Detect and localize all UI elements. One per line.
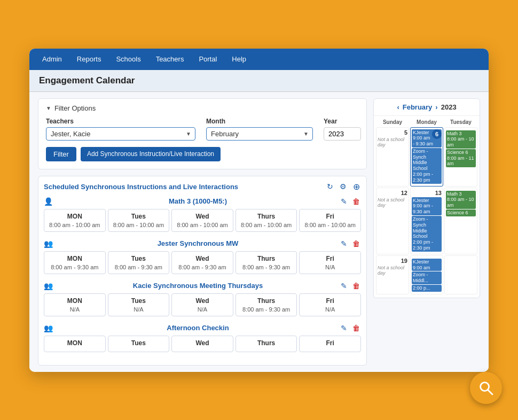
edit-group-1-button[interactable]: ✎ (340, 197, 348, 206)
cal-day-tuesday: Tuesday (444, 118, 477, 126)
day-cell: FriN/A (299, 251, 361, 274)
cal-day-monday: Monday (410, 118, 443, 126)
teachers-select[interactable]: Jester, Kacie (46, 127, 195, 141)
edit-group-4-button[interactable]: ✎ (340, 324, 348, 332)
add-instruction-button[interactable]: Add Synchronous Instruction/Live Interac… (81, 147, 221, 161)
nav-admin[interactable]: Admin (35, 49, 69, 70)
group-name-2: Jester Synchronous MW (56, 239, 340, 247)
group-icon-1: 👤 (44, 197, 53, 206)
day-cell: MONN/A (44, 293, 106, 316)
calendar-week-3: 19 Not a school day KJester9:00 am Zoom … (376, 255, 477, 294)
cal-cell-13[interactable]: 13 KJester9:00 am - 9:30 am Zoom - Synch… (410, 188, 443, 254)
day-cell: FriN/A (299, 293, 361, 316)
group-name-1: Math 3 (1000-M5:) (56, 197, 340, 205)
schedule-group-4: 👥 Afternoon Checkin ✎ 🗑 MON Tues W (44, 324, 361, 352)
cal-event: Zoom - Synch Middle School2:00 pm - 2:30… (412, 148, 442, 184)
add-icon[interactable]: ⊕ (352, 182, 361, 192)
days-grid-4: MON Tues Wed Thurs Fri (44, 336, 361, 352)
year-input[interactable] (324, 127, 361, 141)
delete-group-1-button[interactable]: 🗑 (351, 197, 361, 206)
filter-button[interactable]: Filter (46, 147, 76, 161)
cal-event: KJester9:00 am (412, 259, 442, 271)
cal-event: Science 68:00 am - 11 am (446, 149, 476, 167)
cal-event: Zoom - Middl... (412, 271, 442, 284)
calendar-month: February (403, 103, 433, 111)
day-cell: Fri8:00 am - 10:00 am (299, 209, 361, 232)
day-cell: Thurs8:00 am - 10:00 am (236, 209, 297, 232)
filter-toggle[interactable]: ▼ Filter Options (46, 104, 359, 112)
calendar-next-button[interactable]: › (435, 103, 437, 111)
cal-cell-20[interactable]: KJester9:00 am Zoom - Middl... 2:00 p... (410, 255, 443, 294)
search-fab-button[interactable] (470, 372, 502, 404)
teachers-filter-group: Teachers Jester, Kacie (46, 118, 195, 141)
delete-group-2-button[interactable]: 🗑 (351, 239, 361, 248)
schedule-title: Scheduled Synchronous Instructions and L… (44, 183, 238, 191)
day-cell: Wed8:00 am - 10:00 am (171, 209, 233, 232)
filter-icon[interactable]: ⚙ (339, 182, 348, 192)
left-panel: ▼ Filter Options Teachers Jester, Kacie (38, 98, 367, 365)
day-cell: Tues8:00 am - 10:00 am (108, 209, 170, 232)
svg-line-1 (488, 390, 492, 394)
day-cell: Thurs8:00 am - 9:30 am (236, 293, 297, 316)
month-label: Month (206, 118, 313, 125)
group-name-4: Afternoon Checkin (56, 324, 340, 332)
nav-help[interactable]: Help (224, 49, 254, 70)
calendar-week-1: 5 Not a school day 6 KJester9:00 am - 9:… (376, 127, 477, 186)
nav-reports[interactable]: Reports (69, 49, 109, 70)
cal-event: KJester9:00 am - 9:30 am (412, 197, 442, 215)
nav-teachers[interactable]: Teachers (148, 49, 192, 70)
day-cell: Tues8:00 am - 9:30 am (108, 251, 170, 274)
cal-event: Zoom - Synch Middle School2:00 pm - 2:30… (412, 216, 442, 252)
filter-section: ▼ Filter Options Teachers Jester, Kacie (38, 98, 367, 169)
edit-group-2-button[interactable]: ✎ (340, 239, 348, 248)
page-title: Engagement Calendar (29, 70, 489, 92)
schedule-actions: ↻ ⚙ ⊕ (326, 182, 361, 192)
group-icon-2: 👥 (44, 239, 53, 248)
teachers-label: Teachers (46, 118, 195, 125)
cal-cell-5: 5 Not a school day (376, 127, 409, 186)
calendar-week-2: 12 Not a school day 13 KJester9:00 am - … (376, 188, 477, 254)
nav-portal[interactable]: Portal (191, 49, 224, 70)
group-icon-3: 👥 (44, 282, 53, 290)
delete-group-3-button[interactable]: 🗑 (351, 282, 361, 290)
year-filter-group: Year (324, 118, 361, 141)
cal-cell-14: Math 38:00 am - 10 am Science 6 (444, 188, 477, 254)
day-cell: TuesN/A (108, 293, 170, 316)
delete-group-4-button[interactable]: 🗑 (351, 324, 361, 332)
day-cell: Tues (108, 336, 170, 352)
cal-event: Science 6 (446, 209, 476, 216)
search-icon (477, 379, 495, 396)
schedule-group-2: 👥 Jester Synchronous MW ✎ 🗑 MON8:00 am -… (44, 239, 361, 274)
day-cell: MON8:00 am - 10:00 am (44, 209, 106, 232)
schedule-group-3: 👥 Kacie Synchronous Meeting Thursdays ✎ … (44, 282, 361, 316)
day-cell: Wed8:00 am - 9:30 am (171, 251, 233, 274)
calendar-prev-button[interactable]: ‹ (397, 103, 399, 111)
schedule-panel: Scheduled Synchronous Instructions and L… (38, 176, 367, 365)
cal-cell-7: Math 38:00 am - 10 am Science 68:00 am -… (444, 127, 477, 186)
cal-cell-21 (444, 255, 477, 294)
mini-calendar: ‹ February › 2023 Sunday Monday Tuesday (373, 98, 480, 298)
nav-schools[interactable]: Schools (108, 49, 148, 70)
filter-btn-group: Filter Add Synchronous Instruction/Live … (46, 147, 359, 161)
filter-arrow-icon: ▼ (46, 105, 51, 111)
filter-toggle-label: Filter Options (54, 104, 96, 112)
edit-group-3-button[interactable]: ✎ (340, 282, 348, 290)
calendar-grid: Sunday Monday Tuesday 5 Not a school day (374, 116, 480, 298)
cal-event: Math 38:00 am - 10 am (446, 191, 476, 209)
month-select[interactable]: February (206, 127, 313, 141)
cal-event: Math 38:00 am - 10 am (446, 130, 476, 149)
schedule-list: 👤 Math 3 (1000-M5:) ✎ 🗑 MON8:00 am - 10:… (44, 197, 361, 360)
schedule-header: Scheduled Synchronous Instructions and L… (44, 182, 361, 192)
days-grid-1: MON8:00 am - 10:00 am Tues8:00 am - 10:0… (44, 209, 361, 232)
calendar-year: 2023 (441, 103, 457, 111)
cal-cell-6[interactable]: 6 KJester9:00 am - 9:30 am Zoom - Synch … (410, 127, 443, 186)
calendar-day-headers: Sunday Monday Tuesday (376, 118, 477, 126)
day-cell: Thurs (236, 336, 297, 352)
schedule-group-1: 👤 Math 3 (1000-M5:) ✎ 🗑 MON8:00 am - 10:… (44, 197, 361, 232)
day-cell: Thurs8:00 am - 9:30 am (236, 251, 297, 274)
day-cell: WedN/A (171, 293, 233, 316)
cal-day-sunday: Sunday (376, 118, 409, 126)
refresh-icon[interactable]: ↻ (326, 182, 334, 192)
year-label: Year (324, 118, 361, 125)
day-cell: Wed (171, 336, 233, 352)
